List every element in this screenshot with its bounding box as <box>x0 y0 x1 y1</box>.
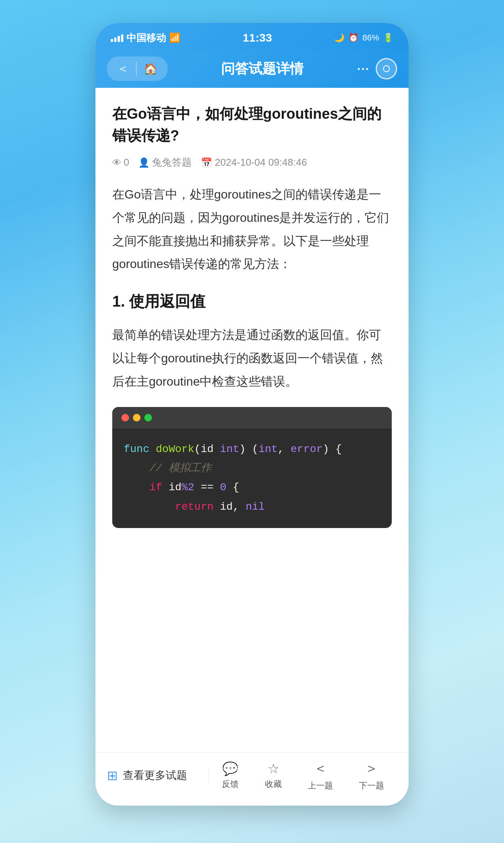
meta-author: 👤 兔兔答题 <box>138 156 192 169</box>
code-line-2: // 模拟工作 <box>124 459 380 478</box>
record-button[interactable] <box>376 58 397 79</box>
status-right: 🌙 ⏰ 86% 🔋 <box>334 33 393 43</box>
prev-question-button[interactable]: ＜ 上一题 <box>308 759 333 791</box>
section1-body: 最简单的错误处理方法是通过函数的返回值。你可以让每个goroutine执行的函数… <box>112 323 392 393</box>
more-questions-label: 查看更多试题 <box>123 768 187 783</box>
views-count: 0 <box>124 157 129 168</box>
nav-bar: ＜ 🏠 问答试题详情 ··· <box>95 50 409 88</box>
date-icon: 📅 <box>201 157 212 168</box>
bottom-bar: ⊞ 查看更多试题 💬 反馈 ☆ 收藏 ＜ 上一题 ＞ 下一题 <box>95 752 409 806</box>
code-line-1: func doWork(id int) (int, error) { <box>124 440 380 459</box>
section1-title: 1. 使用返回值 <box>112 291 392 312</box>
wifi-icon: 📶 <box>169 32 181 43</box>
author-name: 兔兔答题 <box>152 156 192 169</box>
article-title: 在Go语言中，如何处理goroutines之间的错误传递? <box>112 103 392 147</box>
prev-arrow-icon: ＜ <box>313 759 327 778</box>
next-question-button[interactable]: ＞ 下一题 <box>359 759 384 791</box>
nav-back-home-group: ＜ 🏠 <box>107 57 168 81</box>
back-button[interactable]: ＜ <box>113 60 133 77</box>
article-meta: 👁 0 👤 兔兔答题 📅 2024-10-04 09:48:46 <box>112 156 392 169</box>
code-line-4: if id%2 == 0 { <box>124 478 380 497</box>
signal-bar-1 <box>111 39 113 42</box>
grid-icon: ⊞ <box>107 768 118 783</box>
code-dot-red <box>121 414 129 422</box>
code-dot-yellow <box>133 414 141 422</box>
battery-label: 86% <box>362 33 379 43</box>
code-content: func doWork(id int) (int, error) { // 模拟… <box>112 428 392 528</box>
status-time: 11:33 <box>243 31 272 44</box>
watermark: 掘金技术社区 @ 兔云小新LM <box>210 765 309 775</box>
feedback-label: 反馈 <box>222 778 239 790</box>
nav-right-actions: ··· <box>357 58 397 79</box>
record-icon <box>383 65 390 72</box>
next-arrow-icon: ＞ <box>365 759 378 778</box>
meta-date: 📅 2024-10-04 09:48:46 <box>201 157 307 168</box>
bottom-actions: 💬 反馈 ☆ 收藏 ＜ 上一题 ＞ 下一题 <box>209 759 397 791</box>
code-block: func doWork(id int) (int, error) { // 模拟… <box>112 407 392 528</box>
publish-date: 2024-10-04 09:48:46 <box>215 157 307 168</box>
collect-label: 收藏 <box>265 778 282 790</box>
status-left: 中国移动 📶 <box>111 31 181 45</box>
signal-bar-4 <box>121 34 123 42</box>
phone-container: 中国移动 📶 11:33 🌙 ⏰ 86% 🔋 ＜ 🏠 问答试题详情 ··· <box>95 23 409 806</box>
home-button[interactable]: 🏠 <box>140 62 162 76</box>
page-title: 问答试题详情 <box>175 60 349 78</box>
nav-divider <box>136 62 137 76</box>
code-line-5: return id, nil <box>124 497 380 517</box>
author-icon: 👤 <box>138 157 150 168</box>
code-dot-green <box>144 414 152 422</box>
code-header <box>112 407 392 428</box>
more-questions-btn[interactable]: ⊞ 查看更多试题 <box>107 768 209 783</box>
prev-label: 上一题 <box>308 780 333 791</box>
signal-bar-3 <box>118 36 120 42</box>
next-label: 下一题 <box>359 780 384 791</box>
views-icon: 👁 <box>112 157 121 168</box>
carrier-label: 中国移动 <box>126 31 166 45</box>
battery-icon: 🔋 <box>383 33 393 43</box>
more-button[interactable]: ··· <box>357 62 370 76</box>
alarm-icon: ⏰ <box>348 33 359 43</box>
status-bar: 中国移动 📶 11:33 🌙 ⏰ 86% 🔋 <box>95 23 409 50</box>
content-area: 在Go语言中，如何处理goroutines之间的错误传递? 👁 0 👤 兔兔答题… <box>95 88 409 752</box>
signal-bar-2 <box>114 37 116 42</box>
article-intro: 在Go语言中，处理goroutines之间的错误传递是一个常见的问题，因为gor… <box>112 183 392 276</box>
moon-icon: 🌙 <box>334 33 344 43</box>
meta-views: 👁 0 <box>112 157 129 168</box>
signal-bars-icon <box>111 34 123 42</box>
